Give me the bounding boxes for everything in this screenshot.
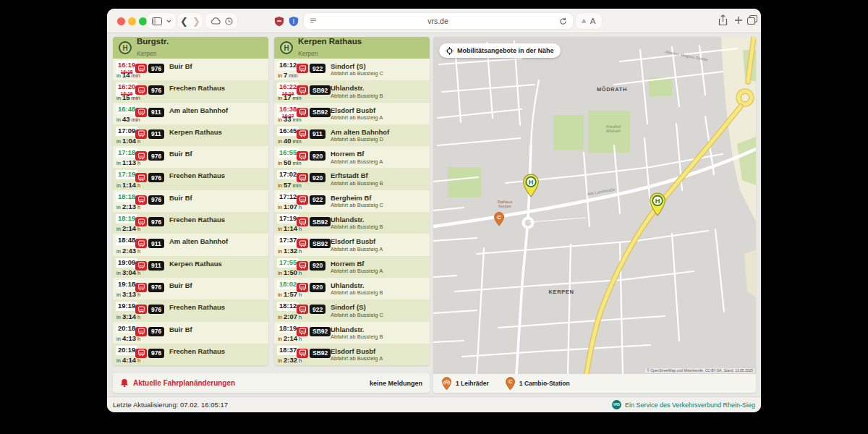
icloud-icon[interactable] xyxy=(210,17,221,25)
stop-title: Kerpen Rathaus xyxy=(298,37,362,46)
countdown: in 1:57 h xyxy=(278,290,302,298)
departure-time-box: 17:18 xyxy=(116,148,137,158)
departure-time: 18:48 xyxy=(118,237,135,244)
minimize-button[interactable] xyxy=(128,17,136,25)
departure-row: 16:38 16:37 SB92 Elsdorf Busbf Abfahrt a… xyxy=(274,103,430,124)
shield-extension-icon[interactable] xyxy=(289,16,299,27)
platform-info: Abfahrt ab Bussteig C xyxy=(331,70,427,77)
tab-overview-icon[interactable] xyxy=(747,15,757,25)
countdown: in 1:07 h xyxy=(278,203,302,210)
destination-block: Frechen Rathaus xyxy=(169,216,265,224)
alerts-status: keine Meldungen xyxy=(370,380,422,387)
departure-board-kerpen-rathaus: H Kerpen Rathaus Kerpen 16:12 922 Sindor… xyxy=(274,37,430,365)
destination-block: Uhlandstr. Abfahrt ab Bussteig B xyxy=(331,84,427,99)
countdown: in 33 min xyxy=(278,115,302,123)
departure-time: 18:18 xyxy=(118,193,135,201)
page-content: H Burgstr. Kerpen 16:19 16:18 976 Buir B… xyxy=(107,34,761,396)
reload-icon[interactable] xyxy=(559,17,567,25)
departure-time-box: 18:48 xyxy=(116,236,137,245)
departure-time: 18:19 xyxy=(118,215,135,223)
last-updated-text: Letzte Aktualisierung: 07.02. 16:05:17 xyxy=(113,401,228,409)
line-number-badge: 911 xyxy=(148,129,164,139)
departure-time: 20:19 xyxy=(118,346,135,354)
close-button[interactable] xyxy=(117,17,125,25)
address-bar[interactable]: vrs.de xyxy=(304,13,573,29)
map-place-label: Friedhof Mödrath xyxy=(600,124,626,134)
departure-row: 20:19 976 Frechen Rathaus in 4:14 h xyxy=(113,344,268,365)
destination: Frechen Rathaus xyxy=(169,303,265,311)
destination-block: Horrem Bf Abfahrt ab Bussteig A xyxy=(331,260,427,275)
departure-row: 16:19 16:18 976 Buir Bf in 14 min xyxy=(113,59,268,80)
decrease-text-button[interactable]: A xyxy=(582,18,585,25)
departure-time-box: 17:55 xyxy=(277,258,299,268)
destination: Horrem Bf xyxy=(331,150,427,158)
destination: Frechen Rathaus xyxy=(169,84,265,92)
zoom-button[interactable] xyxy=(139,17,147,25)
map-attribution: © OpenStreetMap und Mitwirkende, CC-BY-S… xyxy=(645,368,754,373)
destination-block: Frechen Rathaus xyxy=(169,347,265,355)
map-canvas[interactable] xyxy=(433,37,756,374)
share-icon[interactable] xyxy=(718,14,728,26)
departure-row: 16:20 16:19 976 Frechen Rathaus in 15 mi… xyxy=(113,80,268,102)
forward-button[interactable]: ❯ xyxy=(192,17,200,26)
departure-row: 16:12 922 Sindorf (S) Abfahrt ab Busstei… xyxy=(274,59,430,80)
departure-row: 17:19 976 Frechen Rathaus in 1:14 h xyxy=(113,168,268,190)
line-number-badge: 922 xyxy=(310,195,326,205)
departure-time: 16:55 xyxy=(279,149,297,157)
departure-time: 19:09 xyxy=(118,259,135,267)
platform-info: Abfahrt ab Bussteig B xyxy=(331,333,427,341)
countdown: in 1:50 h xyxy=(278,268,302,276)
destination-block: Uhlandstr. Abfahrt ab Bussteig B xyxy=(331,216,427,231)
blocker-extension-icon[interactable] xyxy=(274,16,284,27)
departure-row: 16:48 911 Am alten Bahnhof in 43 min xyxy=(113,103,268,124)
departure-row: 18:19 976 Frechen Rathaus in 2:14 h xyxy=(113,212,268,234)
schedule-changes-bar[interactable]: Aktuelle Fahrplanänderungen keine Meldun… xyxy=(113,373,430,393)
countdown: in 2:07 h xyxy=(278,312,302,320)
platform-info: Abfahrt ab Bussteig B xyxy=(331,93,427,100)
departure-time-box: 20:19 xyxy=(116,346,137,355)
departure-time-box: 18:12 xyxy=(277,302,299,311)
departure-board-burgstr: H Burgstr. Kerpen 16:19 16:18 976 Buir B… xyxy=(113,37,268,365)
destination: Elsdorf Busbf xyxy=(331,237,427,245)
svg-text:H: H xyxy=(655,197,660,205)
increase-text-button[interactable]: A xyxy=(590,17,596,25)
url-text[interactable]: vrs.de xyxy=(317,17,559,25)
departure-time: 19:18 xyxy=(118,281,135,289)
reading-list-clock-icon[interactable] xyxy=(225,17,233,25)
board-header: H Kerpen Rathaus Kerpen xyxy=(274,37,430,59)
browser-window: ❮ ❯ vrs.de xyxy=(107,9,761,412)
service-credit-text: Ein Service des Verkehrsverbund Rhein-Si… xyxy=(625,401,755,409)
platform-info: Abfahrt ab Bussteig B xyxy=(331,180,427,187)
departure-time-box: 17:02 xyxy=(277,170,299,179)
cambio-map-pin[interactable]: C xyxy=(493,212,505,226)
departure-row: 16:55 920 Horrem Bf Abfahrt ab Bussteig … xyxy=(274,146,430,168)
destination: Am alten Bahnhof xyxy=(169,237,265,245)
platform-info: Abfahrt ab Bussteig A xyxy=(331,246,427,253)
line-number-badge: 922 xyxy=(310,64,326,73)
departure-time: 16:45 xyxy=(279,127,297,135)
svg-text:C: C xyxy=(509,379,512,384)
countdown: in 2:14 h xyxy=(278,334,302,342)
stop-map-pin[interactable]: H xyxy=(648,192,668,216)
departure-time: 17:55 xyxy=(279,259,297,267)
departure-time: 18:37 xyxy=(279,346,297,354)
cambio-pin-icon: C xyxy=(505,377,516,391)
back-button[interactable]: ❮ xyxy=(180,17,188,26)
stop-map-pin[interactable]: H xyxy=(522,174,541,197)
stop-title: Burgstr. xyxy=(137,37,169,46)
reader-view-icon[interactable] xyxy=(310,18,317,24)
sidebar-toggle-button[interactable] xyxy=(147,13,176,29)
line-number-badge: 920 xyxy=(310,173,326,182)
departure-time: 16:48 xyxy=(118,106,135,114)
countdown: in 14 min xyxy=(116,71,140,79)
destination-block: Buir Bf xyxy=(169,194,265,202)
destination-block: Uhlandstr. Abfahrt ab Bussteig B xyxy=(331,281,427,297)
destination-block: Buir Bf xyxy=(169,326,265,333)
mobility-offers-button[interactable]: Mobilitätsangebote in der Nähe xyxy=(439,43,561,58)
history-nav-group: ❮ ❯ xyxy=(178,13,203,29)
stop-sign-icon: H xyxy=(119,41,132,54)
departure-time-box: 18:02 xyxy=(277,280,299,289)
map-panel[interactable]: Mobilitätsangebote in der Nähe MÖDRATHKE… xyxy=(433,37,756,374)
bus-icon xyxy=(297,64,308,73)
new-tab-icon[interactable] xyxy=(734,16,743,25)
